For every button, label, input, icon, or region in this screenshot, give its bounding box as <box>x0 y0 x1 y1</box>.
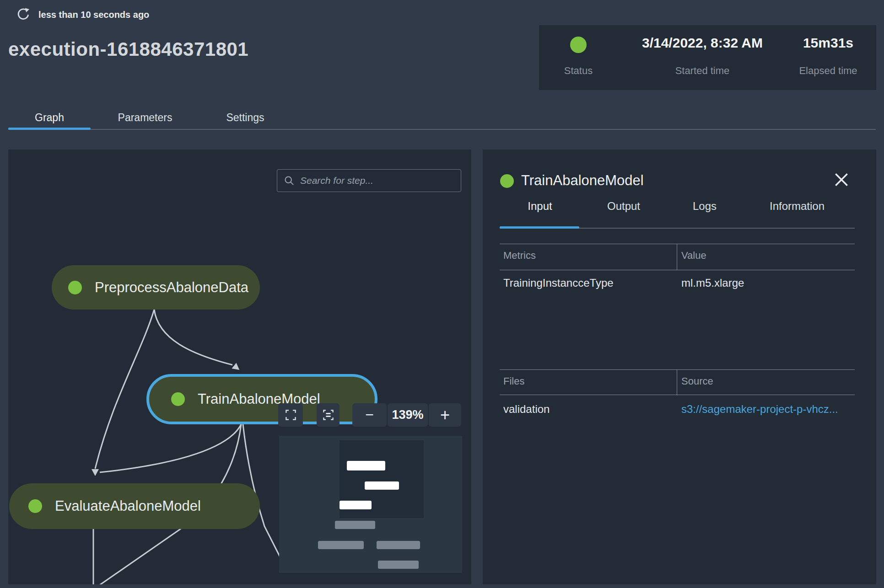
arrowhead-train <box>232 363 242 373</box>
search-input[interactable] <box>300 175 454 186</box>
edge-preprocess-evaluate <box>95 310 154 469</box>
step-search-box <box>277 169 461 192</box>
fullscreen-button[interactable] <box>278 403 303 427</box>
files-table-column-divider <box>677 369 677 396</box>
active-tab-indicator <box>8 128 91 130</box>
file-name-cell: validation <box>503 403 550 416</box>
minimap-node <box>340 501 372 509</box>
minimap-node <box>335 521 375 529</box>
step-status-dot <box>500 174 514 188</box>
arrowhead-evaluate <box>92 469 99 476</box>
graph-minimap[interactable] <box>279 436 462 573</box>
node-label: PreprocessAbaloneData <box>95 279 248 296</box>
started-time-value: 3/14/2022, 8:32 AM <box>618 35 787 51</box>
edge-preprocess-train <box>154 310 232 365</box>
minimap-node <box>365 481 399 490</box>
step-details-title: TrainAbaloneModel <box>521 172 644 189</box>
graph-node-evaluate[interactable]: EvaluateAbaloneModel <box>9 483 260 529</box>
details-tab-logs[interactable]: Logs <box>664 200 745 213</box>
minimap-node <box>378 561 419 569</box>
zoom-in-button[interactable]: + <box>429 403 461 427</box>
tab-graph[interactable]: Graph <box>8 112 91 124</box>
details-tab-output[interactable]: Output <box>583 200 664 213</box>
node-status-dot <box>28 499 42 513</box>
details-active-tab-indicator <box>500 226 579 229</box>
metrics-table-header-border <box>500 270 855 270</box>
fullscreen-icon <box>285 409 297 421</box>
close-icon <box>833 171 850 188</box>
node-status-dot <box>171 392 185 406</box>
minimap-node <box>347 461 385 470</box>
close-button[interactable] <box>831 170 852 190</box>
zoom-out-button[interactable]: − <box>352 403 387 427</box>
fit-view-icon <box>322 409 334 421</box>
elapsed-time-label: Elapsed time <box>773 65 883 77</box>
files-table-top-border <box>500 369 855 370</box>
tab-parameters[interactable]: Parameters <box>104 112 186 124</box>
minimap-node <box>318 541 364 549</box>
tab-settings[interactable]: Settings <box>204 112 286 124</box>
graph-node-train-selected[interactable]: TrainAbaloneModel <box>146 374 377 424</box>
refresh-button[interactable] <box>16 7 30 21</box>
status-label: Status <box>551 65 606 77</box>
edge-train-evaluate <box>100 424 241 472</box>
elapsed-time-value: 15m31s <box>787 35 869 51</box>
node-label: EvaluateAbaloneModel <box>55 498 201 514</box>
fit-view-button[interactable] <box>317 403 340 427</box>
metric-name-cell: TrainingInstancceType <box>503 277 614 289</box>
metrics-table-top-border <box>500 244 855 244</box>
search-icon <box>284 175 295 186</box>
page-title: execution-1618846371801 <box>8 38 248 60</box>
metric-value-cell: ml.m5.xlarge <box>681 277 744 289</box>
status-success-dot <box>570 37 587 53</box>
minimap-node <box>377 541 420 549</box>
metrics-table-column-divider <box>677 244 677 270</box>
s3-source-link[interactable]: s3://sagemaker-project-p-vhcz... <box>681 403 838 416</box>
graph-node-preprocess[interactable]: PreprocessAbaloneData <box>52 265 260 310</box>
started-time-label: Started time <box>643 65 762 77</box>
details-tab-input[interactable]: Input <box>500 200 580 213</box>
node-status-dot <box>68 281 82 294</box>
last-refreshed-text: less than 10 seconds ago <box>38 10 149 20</box>
status-card: 3/14/2022, 8:32 AM 15m31s Status Started… <box>539 25 876 90</box>
value-header: Value <box>681 250 706 262</box>
details-tab-information[interactable]: Information <box>757 200 837 213</box>
refresh-icon <box>16 7 30 21</box>
files-table-header-border <box>500 395 855 395</box>
pipeline-graph-panel[interactable]: PreprocessAbaloneData TrainAbaloneModel … <box>8 150 471 584</box>
execution-detail-page: less than 10 seconds ago execution-16188… <box>0 0 884 588</box>
zoom-level-value: 139% <box>388 403 428 427</box>
metrics-header: Metrics <box>503 250 536 262</box>
files-header: Files <box>503 375 524 387</box>
tab-divider-line <box>8 129 876 130</box>
source-header: Source <box>681 375 713 387</box>
step-details-panel: TrainAbaloneModel Input Output Logs Info… <box>483 150 876 584</box>
